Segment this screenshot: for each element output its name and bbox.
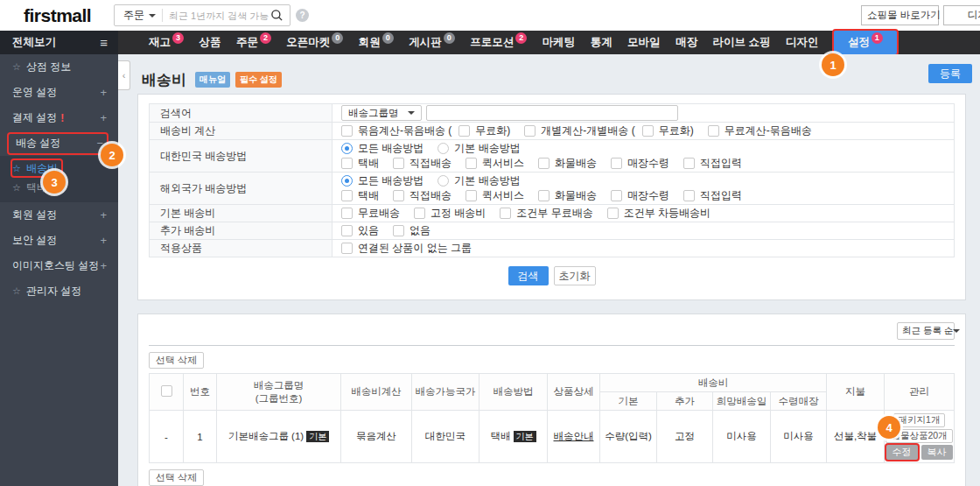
nav-item-promotion[interactable]: 프로모션2 — [470, 31, 527, 54]
option-freight[interactable]: 화물배송 — [538, 158, 597, 169]
checkbox[interactable] — [611, 158, 622, 169]
checkbox[interactable] — [393, 158, 404, 169]
radio-basic-methods[interactable]: 기본 배송방법 — [438, 175, 520, 187]
nav-item-boards[interactable]: 게시판0 — [409, 31, 455, 54]
checkbox[interactable] — [538, 190, 550, 201]
nav-item-mobile[interactable]: 모바일 — [627, 31, 661, 54]
hamburger-icon[interactable]: ≡ — [100, 35, 108, 50]
keyword-type-select[interactable]: 배송그룹명 — [341, 105, 422, 121]
option-courier[interactable]: 택배 — [341, 190, 379, 201]
search-category-select[interactable]: 주문 — [115, 5, 162, 25]
option-bundle-free[interactable]: 무료화) — [458, 125, 510, 137]
option-free-calc[interactable]: 무료계산-묶음배송 — [708, 125, 812, 137]
radio-all-methods[interactable]: 모든 배송방법 — [341, 175, 424, 187]
option-no-linked-products[interactable]: 연결된 상품이 없는 그룹 — [341, 243, 472, 254]
option-individual-free[interactable]: 무료화) — [642, 125, 694, 137]
radio[interactable] — [438, 143, 449, 154]
checkbox[interactable] — [611, 190, 622, 201]
checkbox[interactable] — [414, 208, 425, 219]
nav-item-marketing[interactable]: 마케팅 — [542, 31, 576, 54]
nav-item-settings[interactable]: 설정1 — [834, 31, 897, 54]
product-count-button[interactable]: 실물상품20개 — [886, 429, 952, 443]
checkbox[interactable] — [393, 190, 404, 201]
option-quick-service[interactable]: 퀵서비스 — [466, 190, 524, 201]
checkbox[interactable] — [683, 190, 695, 201]
nav-item-design[interactable]: 디자인 — [786, 31, 819, 54]
checkbox[interactable] — [341, 158, 353, 169]
option-direct-delivery[interactable]: 직접배송 — [393, 158, 452, 169]
search-button[interactable]: 검색 — [508, 266, 549, 285]
search-input[interactable] — [163, 5, 270, 25]
manual-badge[interactable]: 매뉴얼 — [195, 72, 230, 88]
radio-all-methods[interactable]: 모든 배송방법 — [341, 143, 424, 154]
radio-selected[interactable] — [341, 143, 353, 154]
register-button[interactable]: 등록 — [928, 64, 972, 83]
option-store-pickup[interactable]: 매장수령 — [611, 158, 669, 169]
option-conditional-tiered[interactable]: 조건부 차등배송비 — [607, 208, 710, 219]
sidebar-item-shop-info[interactable]: ☆상점 정보 — [0, 54, 118, 80]
option-addfee-no[interactable]: 없음 — [393, 225, 430, 236]
nav-item-orders[interactable]: 주문2 — [236, 31, 271, 54]
checkbox[interactable] — [524, 125, 536, 137]
checkbox[interactable] — [500, 208, 511, 219]
option-direct-input[interactable]: 직접입력 — [683, 190, 742, 201]
nav-item-products[interactable]: 상품 — [199, 31, 220, 54]
checkbox[interactable] — [341, 208, 353, 219]
sidebar-item-shipping-fee[interactable]: ☆배송비 — [0, 158, 118, 178]
option-individual-calc[interactable]: 개별계산-개별배송 ( — [524, 125, 634, 137]
checkbox[interactable] — [642, 125, 654, 137]
checkbox[interactable] — [393, 225, 404, 236]
option-direct-delivery[interactable]: 직접배송 — [393, 190, 452, 201]
search-icon[interactable] — [270, 9, 290, 22]
select-all-checkbox[interactable] — [161, 385, 172, 397]
nav-item-members[interactable]: 회원0 — [359, 31, 394, 54]
checkbox[interactable] — [341, 225, 353, 236]
nav-item-store[interactable]: 매장 — [676, 31, 697, 54]
sort-select[interactable]: 최근 등록 순 — [897, 322, 955, 340]
sidebar-item-security-settings[interactable]: 보안 설정 + — [0, 228, 118, 253]
reset-button[interactable]: 초기화 — [554, 266, 596, 285]
checkbox[interactable] — [466, 158, 477, 169]
package-count-button[interactable]: 패키지1개 — [893, 413, 946, 427]
option-fixed-fee[interactable]: 고정 배송비 — [414, 208, 486, 219]
sidebar-header[interactable]: 전체보기 ≡ — [0, 31, 118, 54]
sidebar-item-shipping-settings[interactable]: 배송 설정 − — [0, 130, 118, 156]
sidebar-item-image-hosting-settings[interactable]: 이미지호스팅 설정 + — [0, 253, 118, 278]
sidebar-item-member-settings[interactable]: 회원 설정 + — [0, 202, 118, 228]
checkbox[interactable] — [538, 158, 550, 169]
option-freight[interactable]: 화물배송 — [538, 190, 597, 201]
option-bundle-calc[interactable]: 묶음계산-묶음배송 ( — [341, 125, 452, 137]
checkbox[interactable] — [683, 158, 695, 169]
radio-selected[interactable] — [341, 175, 353, 187]
option-addfee-yes[interactable]: 있음 — [341, 225, 379, 236]
select-delete-button-top[interactable]: 선택 삭제 — [149, 352, 204, 369]
option-free-shipping[interactable]: 무료배송 — [341, 208, 400, 219]
go-shop-button[interactable]: 쇼핑몰 바로가기 — [861, 5, 939, 25]
option-direct-input[interactable]: 직접입력 — [683, 158, 742, 169]
nav-item-live-shopping[interactable]: 라이브 쇼핑 — [712, 31, 770, 54]
checkbox[interactable] — [708, 125, 719, 137]
sidebar-item-payment-settings[interactable]: 결제 설정! + — [0, 105, 118, 130]
select-delete-button-bottom[interactable]: 선택 삭제 — [149, 469, 204, 486]
nav-item-openmarket[interactable]: 오픈마켓0 — [286, 31, 343, 54]
checkbox[interactable] — [341, 243, 353, 254]
edit-button[interactable]: 수정 — [886, 445, 918, 460]
checkbox[interactable] — [607, 208, 619, 219]
help-icon[interactable]: ? — [296, 9, 309, 22]
option-store-pickup[interactable]: 매장수령 — [611, 190, 669, 201]
sidebar-item-courier[interactable]: ☆택배사 — [0, 178, 118, 197]
checkbox[interactable] — [341, 190, 353, 201]
design-mode-button[interactable]: 디자인 — [943, 5, 980, 25]
option-courier[interactable]: 택배 — [341, 158, 379, 169]
sidebar-item-admin-settings[interactable]: ☆관리자 설정 — [0, 278, 118, 304]
nav-item-inventory[interactable]: 재고3 — [149, 31, 184, 54]
option-quick-service[interactable]: 퀵서비스 — [466, 158, 524, 169]
checkbox[interactable] — [466, 190, 477, 201]
copy-button[interactable]: 복사 — [921, 445, 953, 460]
option-conditional-free[interactable]: 조건부 무료배송 — [500, 208, 592, 219]
nav-item-statistics[interactable]: 통계 — [591, 31, 612, 54]
radio-basic-methods[interactable]: 기본 배송방법 — [438, 143, 520, 154]
sidebar-collapse-button[interactable]: ‹ — [118, 60, 130, 90]
keyword-input[interactable] — [426, 105, 678, 121]
checkbox[interactable] — [341, 125, 353, 137]
